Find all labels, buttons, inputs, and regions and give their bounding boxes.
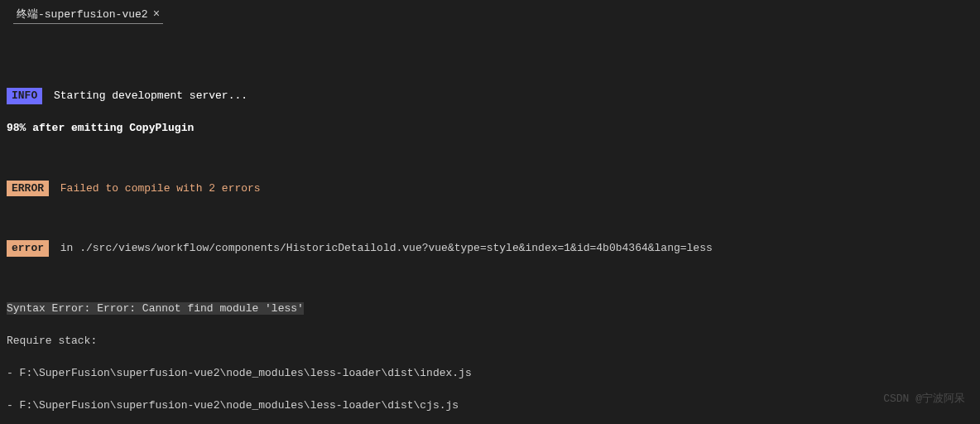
require-stack-header: Require stack: bbox=[7, 333, 973, 349]
tab-bar: 终端-superfusion-vue2 × bbox=[0, 0, 980, 24]
error-badge: ERROR bbox=[7, 181, 49, 197]
error-summary-text: Failed to compile with 2 errors bbox=[54, 181, 261, 197]
error-location-text: in ./src/views/workflow/components/Histo… bbox=[54, 240, 713, 257]
spacer bbox=[7, 152, 973, 164]
stack-line: - F:\SuperFusion\superfusion-vue2\node_m… bbox=[7, 398, 973, 414]
watermark: CSDN @宁波阿呆 bbox=[883, 391, 965, 406]
info-badge: INFO bbox=[7, 88, 42, 104]
terminal-tab[interactable]: 终端-superfusion-vue2 × bbox=[13, 5, 163, 24]
info-text: Starting development server... bbox=[47, 88, 247, 104]
error-summary-line: ERROR Failed to compile with 2 errors bbox=[7, 181, 973, 197]
info-line: INFO Starting development server... bbox=[7, 88, 973, 104]
syntax-error-line: Syntax Error: Error: Cannot find module … bbox=[7, 301, 973, 317]
progress-line: 98% after emitting CopyPlugin bbox=[7, 120, 973, 137]
error-location-line: error in ./src/views/workflow/components… bbox=[7, 240, 973, 257]
spacer bbox=[7, 49, 973, 72]
tab-label: 终端-superfusion-vue2 bbox=[17, 7, 148, 22]
spacer bbox=[7, 272, 973, 284]
error-small-badge: error bbox=[7, 240, 49, 257]
terminal-output[interactable]: INFO Starting development server... 98% … bbox=[0, 24, 980, 424]
syntax-error-text: Syntax Error: Error: Cannot find module … bbox=[7, 302, 304, 315]
spacer bbox=[7, 213, 973, 224]
stack-line: - F:\SuperFusion\superfusion-vue2\node_m… bbox=[7, 365, 973, 382]
close-icon[interactable]: × bbox=[153, 8, 160, 20]
